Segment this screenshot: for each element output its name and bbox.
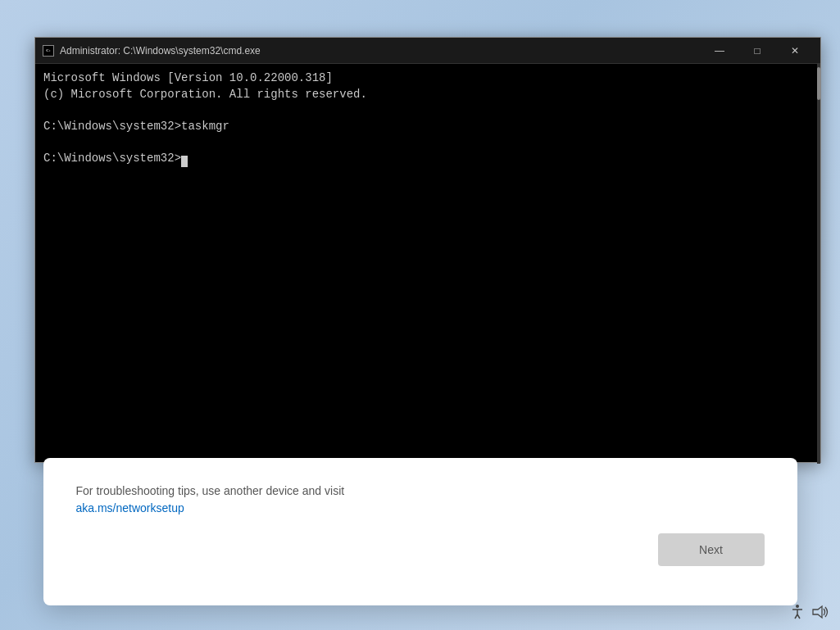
setup-dialog-content: For troubleshooting tips, use another de… bbox=[76, 483, 765, 517]
cmd-scrollbar[interactable] bbox=[817, 64, 820, 464]
cmd-line-5 bbox=[43, 134, 812, 151]
cmd-window-controls: — □ ✕ bbox=[701, 38, 814, 64]
svg-marker-5 bbox=[813, 606, 822, 618]
cmd-line-3 bbox=[43, 102, 812, 119]
cmd-title-text: Administrator: C:\Windows\system32\cmd.e… bbox=[60, 45, 696, 57]
setup-dialog: For troubleshooting tips, use another de… bbox=[43, 458, 797, 605]
svg-line-3 bbox=[795, 614, 797, 619]
setup-dialog-footer: Next bbox=[76, 533, 765, 566]
volume-icon[interactable] bbox=[812, 605, 830, 623]
cmd-output[interactable]: Microsoft Windows [Version 10.0.22000.31… bbox=[35, 64, 820, 462]
cmd-window: Administrator: C:\Windows\system32\cmd.e… bbox=[34, 37, 821, 463]
troubleshoot-text: For troubleshooting tips, use another de… bbox=[76, 483, 486, 517]
cmd-app-icon bbox=[42, 44, 55, 57]
cmd-cursor bbox=[181, 156, 188, 167]
next-button[interactable]: Next bbox=[658, 533, 765, 566]
cmd-titlebar: Administrator: C:\Windows\system32\cmd.e… bbox=[35, 38, 820, 64]
minimize-button[interactable]: — bbox=[701, 38, 738, 64]
cmd-line-2: (c) Microsoft Corporation. All rights re… bbox=[43, 87, 812, 103]
accessibility-icon[interactable] bbox=[789, 603, 806, 623]
cmd-line-1: Microsoft Windows [Version 10.0.22000.31… bbox=[43, 70, 812, 87]
svg-point-0 bbox=[796, 605, 799, 608]
maximize-button[interactable]: □ bbox=[738, 38, 776, 64]
taskbar-icons bbox=[789, 603, 830, 623]
svg-line-4 bbox=[797, 614, 800, 619]
cmd-scrollbar-thumb bbox=[817, 67, 820, 100]
cmd-line-6: C:\Windows\system32> bbox=[43, 151, 812, 167]
close-button[interactable]: ✕ bbox=[776, 38, 814, 64]
cmd-line-4: C:\Windows\system32>taskmgr bbox=[43, 119, 812, 135]
troubleshoot-link[interactable]: aka.ms/networksetup bbox=[76, 501, 184, 514]
